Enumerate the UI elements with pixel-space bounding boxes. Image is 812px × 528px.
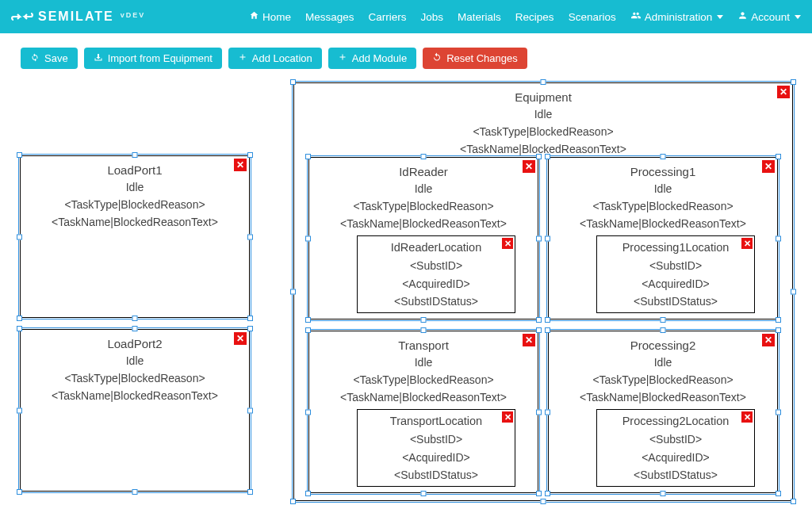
block-state: Idle: [24, 353, 246, 370]
save-button[interactable]: Save: [21, 48, 78, 69]
block-title: Equipment: [297, 88, 789, 106]
block-processing1[interactable]: ✕ Processing1 Idle <TaskType|BlockedReas…: [548, 157, 778, 319]
block-header: Processing2 Idle <TaskType|BlockedReason…: [549, 331, 777, 407]
import-button[interactable]: Import from Equipment: [84, 48, 222, 69]
location-l1: <SubstID>: [597, 430, 754, 448]
nav-materials[interactable]: Materials: [458, 11, 501, 23]
brand[interactable]: SEMILATE vDEV: [11, 10, 145, 24]
block-state: Idle: [24, 179, 246, 197]
block-state: Idle: [552, 181, 774, 198]
block-loadport2[interactable]: ✕ LoadPort2 Idle <TaskType|BlockedReason…: [20, 329, 250, 492]
add-location-button[interactable]: Add Location: [228, 48, 322, 69]
nav-home-label: Home: [262, 11, 291, 23]
close-icon[interactable]: ✕: [741, 238, 753, 249]
nav-home[interactable]: Home: [249, 10, 291, 23]
location-l2: <AcquiredID>: [597, 275, 754, 293]
block-processing2-location[interactable]: ✕ Processing2Location <SubstID> <Acquire…: [596, 409, 755, 487]
admin-icon: [630, 10, 642, 23]
close-icon[interactable]: ✕: [741, 411, 753, 423]
block-line2: <TaskName|BlockedReasonText>: [552, 216, 774, 233]
close-icon[interactable]: ✕: [523, 334, 535, 346]
block-idreader-location[interactable]: ✕ IdReaderLocation <SubstID> <AcquiredID…: [357, 235, 515, 313]
block-line1: <TaskType|BlockedReason>: [312, 372, 534, 389]
block-transport-location[interactable]: ✕ TransportLocation <SubstID> <AcquiredI…: [357, 409, 515, 487]
block-line1: <TaskType|BlockedReason>: [552, 198, 774, 216]
block-line2: <TaskName|BlockedReasonText>: [312, 216, 534, 233]
save-button-label: Save: [44, 52, 68, 64]
location-l2: <AcquiredID>: [358, 275, 515, 293]
plus-icon: [238, 52, 247, 64]
chevron-down-icon: [717, 15, 723, 19]
block-line2: <TaskName|BlockedReasonText>: [24, 214, 246, 231]
block-title: Processing1: [552, 163, 774, 181]
close-icon[interactable]: ✕: [502, 238, 513, 249]
nav-administration[interactable]: Administration: [630, 10, 724, 23]
block-line1: <TaskType|BlockedReason>: [552, 372, 774, 389]
block-line2: <TaskName|BlockedReasonText>: [552, 389, 774, 407]
user-icon: [737, 10, 748, 23]
block-line1: <TaskType|BlockedReason>: [312, 198, 534, 216]
block-header: LoadPort2 Idle <TaskType|BlockedReason> …: [21, 330, 249, 406]
reset-button[interactable]: Reset Changes: [423, 48, 527, 69]
location-title: Processing2Location: [597, 410, 754, 430]
add-module-button[interactable]: Add Module: [328, 48, 416, 69]
close-icon[interactable]: ✕: [762, 160, 775, 173]
home-icon: [249, 10, 259, 23]
block-state: Idle: [312, 354, 534, 372]
location-l1: <SubstID>: [358, 430, 515, 448]
location-l3: <SubstIDStatus>: [358, 466, 515, 484]
close-icon[interactable]: ✕: [234, 159, 247, 171]
reset-button-label: Reset Changes: [446, 52, 518, 64]
import-button-label: Import from Equipment: [108, 52, 213, 64]
block-state: Idle: [552, 354, 774, 372]
block-processing1-location[interactable]: ✕ Processing1Location <SubstID> <Acquire…: [596, 235, 755, 313]
block-equipment[interactable]: ✕ Equipment Idle <TaskType|BlockedReason…: [293, 82, 793, 501]
add-module-button-label: Add Module: [352, 52, 407, 64]
block-state: Idle: [312, 181, 534, 198]
nav-jobs[interactable]: Jobs: [421, 11, 444, 23]
block-title: IdReader: [312, 163, 534, 181]
block-title: Transport: [312, 336, 534, 354]
block-loadport1[interactable]: ✕ LoadPort1 Idle <TaskType|BlockedReason…: [20, 155, 250, 318]
block-line1: <TaskType|BlockedReason>: [24, 370, 246, 388]
block-line1: <TaskType|BlockedReason>: [297, 124, 789, 141]
block-header: LoadPort1 Idle <TaskType|BlockedReason> …: [21, 156, 249, 232]
plus-icon: [338, 52, 347, 64]
block-idreader[interactable]: ✕ IdReader Idle <TaskType|BlockedReason>…: [308, 157, 538, 319]
location-title: TransportLocation: [358, 410, 515, 430]
block-processing2[interactable]: ✕ Processing2 Idle <TaskType|BlockedReas…: [548, 331, 778, 493]
location-l3: <SubstIDStatus>: [358, 293, 515, 310]
location-l3: <SubstIDStatus>: [597, 466, 754, 484]
block-line2: <TaskName|BlockedReasonText>: [297, 141, 789, 159]
location-title: Processing1Location: [597, 236, 754, 257]
block-header: Equipment Idle <TaskType|BlockedReason> …: [294, 83, 792, 159]
block-header: IdReader Idle <TaskType|BlockedReason> <…: [309, 158, 538, 234]
block-state: Idle: [297, 106, 789, 124]
close-icon[interactable]: ✕: [234, 332, 247, 345]
close-icon[interactable]: ✕: [523, 160, 535, 173]
location-l2: <AcquiredID>: [597, 449, 754, 466]
undo-icon: [432, 52, 442, 64]
nav-carriers[interactable]: Carriers: [369, 11, 407, 23]
nav-scenarios[interactable]: Scenarios: [569, 11, 616, 23]
location-title: IdReaderLocation: [358, 236, 515, 257]
diagram-canvas[interactable]: ✕ Equipment Idle <TaskType|BlockedReason…: [0, 78, 812, 522]
close-icon[interactable]: ✕: [777, 86, 790, 98]
block-transport[interactable]: ✕ Transport Idle <TaskType|BlockedReason…: [308, 331, 538, 493]
nav-account-label: Account: [751, 11, 790, 23]
block-line2: <TaskName|BlockedReasonText>: [312, 389, 534, 407]
block-title: Processing2: [552, 336, 774, 354]
navbar: SEMILATE vDEV Home Messages Carriers Job…: [0, 0, 812, 33]
nav-messages[interactable]: Messages: [305, 11, 354, 23]
nav-administration-label: Administration: [645, 11, 713, 23]
toolbar: Save Import from Equipment Add Location …: [0, 33, 812, 78]
location-l1: <SubstID>: [597, 257, 754, 274]
close-icon[interactable]: ✕: [762, 334, 775, 346]
block-header: Transport Idle <TaskType|BlockedReason> …: [309, 331, 538, 407]
nav-items: Home Messages Carriers Jobs Materials Re…: [249, 10, 801, 23]
close-icon[interactable]: ✕: [502, 411, 513, 423]
chevron-down-icon: [795, 15, 801, 19]
nav-recipes[interactable]: Recipes: [515, 11, 554, 23]
brand-logo-icon: [11, 10, 33, 24]
nav-account[interactable]: Account: [737, 10, 801, 23]
